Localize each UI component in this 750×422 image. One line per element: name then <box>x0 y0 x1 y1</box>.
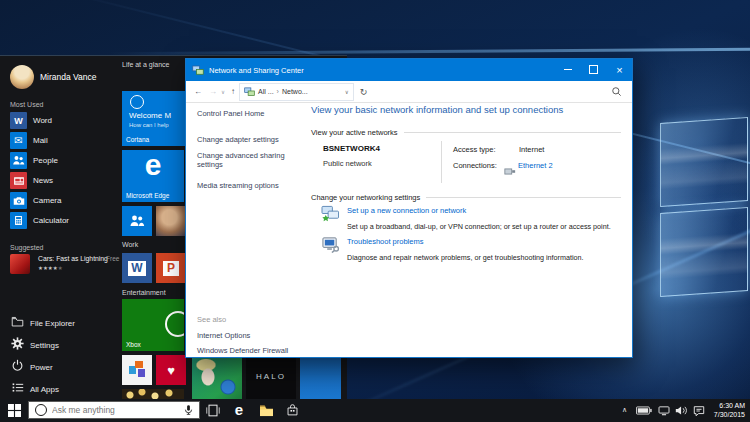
tile-frozen-game[interactable] <box>192 353 242 400</box>
connections-link-ethernet2[interactable]: Ethernet 2 <box>518 161 553 170</box>
power-icon <box>11 358 24 376</box>
section-networking-settings-label: Change your networking settings <box>311 193 420 202</box>
back-button[interactable]: ← <box>194 87 202 96</box>
cortana-tile-label: Cortana <box>126 136 149 143</box>
tile-xbox[interactable]: Xbox <box>122 299 184 351</box>
start-item-word[interactable]: W Word <box>10 112 52 129</box>
tile-app-colorful[interactable] <box>122 355 152 385</box>
section-active-networks-label: View your active networks <box>311 128 398 137</box>
news-icon <box>10 172 27 189</box>
file-explorer-taskbar-icon[interactable] <box>259 404 274 417</box>
section-active-networks: View your active networks <box>311 128 621 137</box>
start-item-calculator[interactable]: Calculator <box>10 212 69 229</box>
troubleshoot-link[interactable]: Troubleshoot problems <box>347 237 423 246</box>
tile-halo[interactable]: HALO <box>246 353 296 400</box>
desktop: Miranda Vance Most Used W Word ✉ Mail Pe… <box>0 0 750 422</box>
user-profile-button[interactable]: Miranda Vance <box>10 65 97 89</box>
nav-internet-options[interactable]: Internet Options <box>197 331 250 340</box>
suggested-app-price: Free <box>106 255 119 262</box>
start-item-people[interactable]: People <box>10 152 58 169</box>
section-networking-settings: Change your networking settings <box>311 193 621 202</box>
start-button[interactable] <box>8 404 21 417</box>
microphone-icon[interactable] <box>183 404 194 416</box>
edge-logo-icon: e <box>122 150 184 182</box>
forward-button[interactable]: → <box>209 87 217 96</box>
heart-icon: ♥ <box>167 363 175 378</box>
network-name: BSNETWORK4 <box>323 144 380 153</box>
camera-icon <box>10 192 27 209</box>
battery-icon[interactable] <box>636 406 652 415</box>
breadcrumb[interactable]: All ... › Netwo... ∨ <box>239 83 354 101</box>
start-item-mail[interactable]: ✉ Mail <box>10 132 48 149</box>
address-dropdown[interactable]: ∨ <box>345 89 349 95</box>
address-bar: ← → ∨ ↑ All ... › Netwo... ∨ ↻ <box>186 81 632 103</box>
task-view-button[interactable] <box>205 404 221 417</box>
cars-app-icon <box>10 254 30 274</box>
cortana-icon <box>35 404 47 416</box>
cortana-ring-icon <box>130 95 144 109</box>
minimize-button[interactable] <box>555 59 580 80</box>
clock-date: 7/30/2015 <box>714 411 745 420</box>
breadcrumb-segment-2: Netwo... <box>282 88 308 95</box>
tile-word[interactable]: W <box>122 253 152 283</box>
access-type-label: Access type: <box>453 145 496 154</box>
tile-partial[interactable] <box>300 353 341 400</box>
start-item-camera[interactable]: Camera <box>10 192 61 209</box>
setup-connection-link[interactable]: Set up a new connection or network <box>347 206 466 215</box>
setup-connection-desc: Set up a broadband, dial-up, or VPN conn… <box>347 222 611 231</box>
people-icon <box>129 213 145 229</box>
tile-group-header-entertainment: Entertainment <box>122 289 166 296</box>
tile-people[interactable] <box>122 206 152 236</box>
action-center-icon[interactable] <box>693 405 705 417</box>
taskbar: e ∧ 6:30 AM 7/30/2015 <box>0 399 750 422</box>
up-button[interactable]: ↑ <box>231 87 235 96</box>
tile-photos[interactable] <box>156 206 186 236</box>
network-sharing-center-window: Network and Sharing Center × ← → ∨ ↑ All… <box>185 58 633 358</box>
windows-logo-icon <box>8 404 21 417</box>
maximize-button[interactable] <box>581 59 606 80</box>
halo-tile-label: HALO <box>256 372 286 381</box>
most-used-header: Most Used <box>10 101 43 108</box>
ethernet-icon <box>504 162 516 180</box>
recent-pages-dropdown[interactable]: ∨ <box>221 89 225 95</box>
cortana-tile-subtitle: How can I help <box>129 122 169 128</box>
start-item-file-explorer[interactable]: File Explorer <box>11 314 75 332</box>
nav-change-adapter-settings[interactable]: Change adapter settings <box>197 135 279 144</box>
start-item-all-apps[interactable]: All Apps <box>11 380 59 398</box>
nav-control-panel-home[interactable]: Control Panel Home <box>197 109 265 118</box>
edge-taskbar-icon[interactable]: e <box>231 401 247 418</box>
tile-powerpoint[interactable]: P <box>156 253 186 283</box>
nav-media-streaming-options[interactable]: Media streaming options <box>197 181 279 190</box>
info-divider <box>441 141 442 183</box>
network-center-icon <box>192 65 204 76</box>
start-item-settings[interactable]: Settings <box>11 336 59 354</box>
store-taskbar-icon[interactable] <box>286 403 299 417</box>
troubleshoot-icon <box>321 236 340 257</box>
powerpoint-icon: P <box>163 261 179 276</box>
tile-group-header-life: Life at a glance <box>122 61 169 68</box>
xbox-tile-label: Xbox <box>126 341 141 348</box>
window-titlebar[interactable]: Network and Sharing Center × <box>186 59 632 81</box>
connections-label: Connections: <box>453 161 497 170</box>
breadcrumb-separator: › <box>277 88 279 95</box>
tray-show-hidden-icons[interactable]: ∧ <box>622 406 627 414</box>
search-input[interactable] <box>52 405 183 415</box>
search-icon[interactable] <box>611 86 622 99</box>
taskbar-search[interactable] <box>28 401 200 419</box>
start-item-power[interactable]: Power <box>11 358 53 376</box>
refresh-button[interactable]: ↻ <box>360 87 368 97</box>
volume-icon[interactable] <box>675 405 688 416</box>
start-item-news[interactable]: News <box>10 172 53 189</box>
word-icon: W <box>128 261 145 276</box>
breadcrumb-segment-1: All ... <box>258 88 274 95</box>
calculator-icon <box>10 212 27 229</box>
all-apps-icon <box>11 380 24 398</box>
tile-microsoft-edge[interactable]: e Microsoft Edge <box>122 150 184 202</box>
nav-change-advanced-sharing[interactable]: Change advanced sharing settings <box>197 151 289 169</box>
edge-tile-label: Microsoft Edge <box>126 192 169 199</box>
network-tray-icon[interactable] <box>658 406 670 416</box>
close-button[interactable]: × <box>607 59 632 80</box>
taskbar-clock[interactable]: 6:30 AM 7/30/2015 <box>714 402 745 419</box>
tile-iheartradio[interactable]: ♥ <box>156 355 186 385</box>
nav-windows-defender-firewall[interactable]: Windows Defender Firewall <box>197 346 288 355</box>
